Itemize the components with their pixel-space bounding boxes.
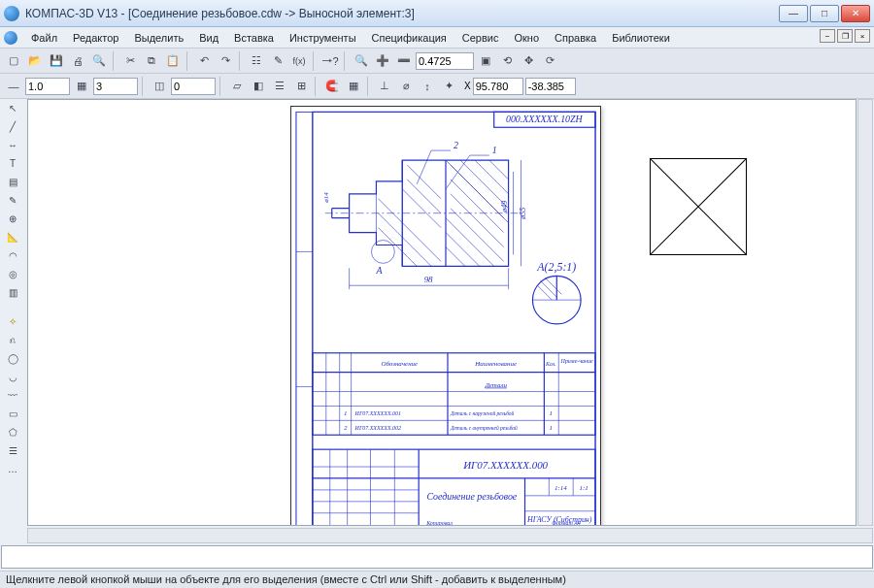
r1n: 1 bbox=[344, 409, 347, 417]
linestyle-icon[interactable]: — bbox=[4, 77, 23, 96]
zoom-combo[interactable] bbox=[416, 52, 474, 70]
b3-icon[interactable]: ☰ bbox=[270, 77, 289, 96]
lt-assoc-icon[interactable]: ◎ bbox=[3, 265, 22, 282]
lt-edit-icon[interactable]: ✎ bbox=[3, 191, 22, 209]
zoom-out-icon[interactable]: ➖ bbox=[394, 51, 414, 71]
preview-icon[interactable]: 🔍 bbox=[89, 51, 109, 71]
th-note: Приме-чание bbox=[560, 358, 593, 364]
lt-circle-icon[interactable]: ◯ bbox=[3, 349, 22, 367]
separator bbox=[239, 51, 243, 71]
separator bbox=[344, 51, 348, 71]
coord-y[interactable] bbox=[525, 78, 576, 95]
horizontal-scrollbar[interactable] bbox=[27, 528, 873, 543]
menu-libs[interactable]: Библиотеки bbox=[604, 30, 678, 46]
stamp-scale: 1:1 bbox=[579, 484, 588, 492]
menu-insert[interactable]: Вставка bbox=[226, 30, 282, 46]
print-icon[interactable]: 🖨 bbox=[68, 51, 87, 71]
mdi-close[interactable]: × bbox=[855, 29, 870, 43]
zoom-fit-icon[interactable]: ▣ bbox=[476, 51, 495, 71]
help-context-icon[interactable]: ⭢? bbox=[320, 51, 340, 71]
empty-view-box[interactable] bbox=[650, 158, 747, 255]
menu-window[interactable]: Окно bbox=[506, 30, 547, 46]
mdi-minimize[interactable]: − bbox=[820, 29, 835, 43]
snap-icon[interactable]: 🧲 bbox=[322, 77, 342, 96]
menu-help[interactable]: Справка bbox=[547, 30, 604, 46]
menu-edit[interactable]: Редактор bbox=[65, 30, 126, 46]
vertical-scrollbar[interactable] bbox=[857, 99, 873, 526]
maximize-button[interactable]: □ bbox=[810, 5, 839, 22]
lt-select-icon[interactable]: ↖ bbox=[3, 99, 22, 116]
lt-rect-icon[interactable]: ▭ bbox=[3, 405, 22, 422]
ortho-icon[interactable]: ⊥ bbox=[375, 77, 394, 96]
cut-icon[interactable]: ✂ bbox=[120, 51, 140, 71]
lt-cont-icon[interactable]: ☰ bbox=[3, 441, 22, 459]
r1c: 1 bbox=[550, 409, 553, 417]
zoom-in-icon[interactable]: ➕ bbox=[373, 51, 392, 71]
close-button[interactable]: ✕ bbox=[841, 5, 870, 22]
menu-spec[interactable]: Спецификация bbox=[364, 30, 454, 46]
zoom-window-icon[interactable]: 🔍 bbox=[352, 51, 371, 71]
layer-combo[interactable] bbox=[93, 78, 138, 95]
save-icon[interactable]: 💾 bbox=[47, 51, 66, 71]
lt-text-icon[interactable]: T bbox=[3, 154, 22, 172]
r2a: ИГ07.XXXXXX.002 bbox=[354, 425, 401, 431]
style-combo[interactable] bbox=[25, 78, 70, 95]
lt-hatch-icon[interactable]: ▤ bbox=[3, 173, 22, 190]
layer-icon[interactable]: ▦ bbox=[72, 77, 91, 96]
round-icon[interactable]: ⌀ bbox=[396, 77, 416, 96]
mdi-restore[interactable]: ❐ bbox=[837, 29, 853, 43]
svg-rect-2 bbox=[296, 112, 313, 526]
tree-icon[interactable]: ☷ bbox=[247, 51, 266, 71]
menu-select[interactable]: Выделить bbox=[126, 30, 191, 46]
hatch-icon[interactable]: ◫ bbox=[150, 77, 169, 96]
menu-service[interactable]: Сервис bbox=[454, 30, 507, 46]
lt-more-icon[interactable]: … bbox=[3, 460, 22, 477]
opt-combo[interactable] bbox=[171, 78, 216, 95]
dim-h2: ø55 bbox=[519, 208, 527, 220]
coord-x[interactable] bbox=[473, 78, 523, 95]
copy-icon[interactable]: ⧉ bbox=[142, 51, 161, 71]
open-icon[interactable]: 📂 bbox=[25, 51, 45, 71]
toolbar-standard: ▢ 📂 💾 🖨 🔍 ✂ ⧉ 📋 ↶ ↷ ☷ ✎ f(x) ⭢? 🔍 ➕ ➖ ▣ … bbox=[0, 49, 874, 74]
th-name: Наименование bbox=[474, 360, 517, 368]
zoom-prev-icon[interactable]: ⟲ bbox=[497, 51, 517, 71]
lt-spline-icon[interactable]: 〰 bbox=[3, 386, 22, 404]
b4-icon[interactable]: ⊞ bbox=[291, 77, 311, 96]
dim-left: ø14 bbox=[322, 192, 330, 204]
separator bbox=[113, 51, 117, 71]
lt-line-icon[interactable]: ╱ bbox=[3, 117, 22, 135]
redo-icon[interactable]: ↷ bbox=[216, 51, 235, 71]
lt-arc-icon[interactable]: ◡ bbox=[3, 368, 22, 385]
grid-icon[interactable]: ▦ bbox=[344, 77, 363, 96]
coord-icon[interactable]: ↕ bbox=[418, 77, 437, 96]
work-area[interactable]: 000.XXXXXX.10ZH bbox=[27, 99, 857, 526]
drawing-sheet[interactable]: 000.XXXXXX.10ZH bbox=[290, 106, 601, 526]
lt-poly-icon[interactable]: ⬠ bbox=[3, 423, 22, 441]
property-panel[interactable] bbox=[1, 545, 873, 569]
sys-icon[interactable]: ✦ bbox=[439, 77, 458, 96]
coord-label-x: X bbox=[464, 81, 471, 91]
draw-icon[interactable]: ✎ bbox=[268, 51, 287, 71]
lt-fillet-icon[interactable]: ◠ bbox=[3, 246, 22, 264]
undo-icon[interactable]: ↶ bbox=[194, 51, 214, 71]
menu-file[interactable]: Файл bbox=[23, 30, 65, 46]
pan-icon[interactable]: ✥ bbox=[519, 51, 538, 71]
callout-2: 2 bbox=[454, 140, 458, 150]
app-icon bbox=[4, 6, 19, 21]
menu-tools[interactable]: Инструменты bbox=[282, 30, 364, 46]
vars-icon[interactable]: f(x) bbox=[289, 51, 309, 71]
paste-icon[interactable]: 📋 bbox=[163, 51, 183, 71]
lt-params-icon[interactable]: ⊕ bbox=[3, 210, 22, 227]
b1-icon[interactable]: ▱ bbox=[227, 77, 247, 96]
b2-icon[interactable]: ◧ bbox=[249, 77, 268, 96]
lt-aux-icon[interactable]: ⎌ bbox=[3, 331, 22, 348]
redraw-icon[interactable]: ⟳ bbox=[540, 51, 559, 71]
menu-view[interactable]: Вид bbox=[191, 30, 226, 46]
lt-point-icon[interactable]: ✧ bbox=[3, 312, 22, 330]
lt-spec-icon[interactable]: ▥ bbox=[3, 283, 22, 301]
new-icon[interactable]: ▢ bbox=[4, 51, 23, 71]
lt-dim-icon[interactable]: ↔ bbox=[3, 136, 22, 153]
minimize-button[interactable]: — bbox=[779, 5, 808, 22]
lt-measure-icon[interactable]: 📐 bbox=[3, 228, 22, 245]
separator bbox=[186, 51, 190, 71]
